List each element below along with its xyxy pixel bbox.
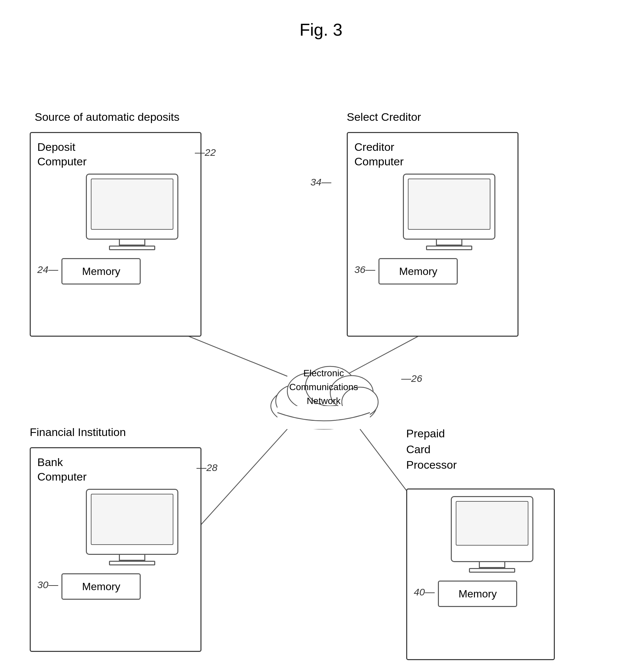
deposit-label: Source of automatic deposits	[35, 110, 179, 123]
deposit-base	[109, 246, 155, 250]
prepaid-computer-box: 40— Memory	[406, 488, 555, 660]
bank-computer-label: BankComputer	[37, 455, 194, 484]
prepaid-computer-unit	[437, 496, 547, 574]
creditor-monitor	[403, 174, 496, 240]
bank-stand	[119, 555, 145, 561]
creditor-memory-ref: 36—	[354, 264, 375, 275]
deposit-memory: Memory	[61, 258, 141, 285]
bank-screen	[91, 494, 174, 545]
bank-section-label: Financial Institution	[30, 426, 126, 439]
deposit-monitor	[86, 174, 178, 240]
bank-computer-box: BankComputer 30— Memory	[30, 447, 202, 652]
svg-rect-10	[278, 406, 370, 429]
deposit-computer-label: DepositComputer	[37, 140, 194, 169]
deposit-computer-box: DepositComputer 24— Memory	[30, 132, 202, 337]
creditor-memory: Memory	[378, 258, 458, 285]
creditor-ref-34: 34—	[310, 176, 331, 188]
bank-base	[109, 561, 155, 565]
deposit-screen	[91, 179, 174, 230]
prepaid-base	[469, 568, 515, 572]
prepaid-section-label: PrepaidCardProcessor	[406, 426, 457, 473]
creditor-computer-unit	[387, 174, 511, 251]
bank-computer-unit	[70, 489, 194, 567]
page-title: Fig. 3	[0, 0, 642, 40]
deposit-computer-unit	[70, 174, 194, 251]
prepaid-monitor	[451, 496, 534, 562]
deposit-stand	[119, 240, 145, 246]
creditor-base	[426, 246, 472, 250]
network-cloud-container: ElectronicCommunicationsNetwork	[258, 340, 390, 434]
prepaid-screen	[456, 501, 528, 545]
bank-ref-28: —28	[196, 462, 217, 473]
bank-memory-ref: 30—	[37, 579, 58, 591]
prepaid-memory-ref: 40—	[414, 587, 435, 598]
creditor-computer-box: CreditorComputer 36— Memory	[347, 132, 518, 337]
prepaid-memory: Memory	[438, 581, 517, 607]
prepaid-stand	[479, 562, 505, 568]
creditor-section-label: Select Creditor	[347, 110, 421, 123]
network-label: ElectronicCommunicationsNetwork	[274, 366, 373, 408]
deposit-ref-22: —22	[195, 147, 216, 158]
creditor-screen	[408, 179, 490, 230]
bank-memory: Memory	[61, 573, 141, 600]
bank-monitor	[86, 489, 178, 555]
deposit-memory-ref: 24—	[37, 264, 58, 275]
creditor-computer-label: CreditorComputer	[354, 140, 511, 169]
network-ref-26: —26	[401, 373, 422, 384]
creditor-stand	[436, 240, 462, 246]
